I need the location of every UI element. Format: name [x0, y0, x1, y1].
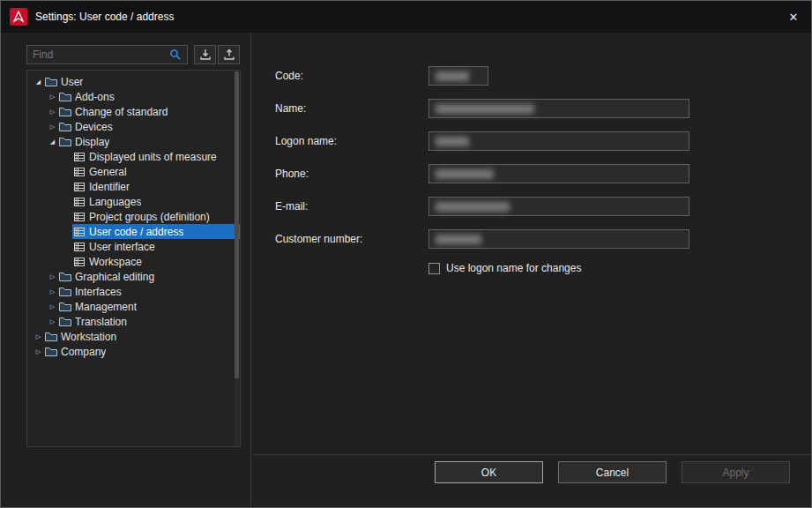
search-icon[interactable] — [164, 46, 187, 64]
logon-name-input[interactable] — [428, 131, 689, 151]
export-settings-button[interactable] — [218, 45, 240, 64]
tree-item-management[interactable]: ▷Management — [27, 299, 240, 314]
tree-item-content[interactable]: Identifier — [72, 179, 240, 194]
tree-item-content[interactable]: Company — [44, 344, 240, 359]
chevron-collapsed-icon[interactable]: ▷ — [33, 329, 44, 344]
expander-spacer — [61, 224, 72, 239]
expander-spacer — [61, 194, 72, 209]
chevron-collapsed-icon[interactable]: ▷ — [47, 269, 58, 284]
tree-item-content[interactable]: Change of standard — [58, 104, 240, 119]
tree-indent — [27, 314, 47, 329]
e-mail-input[interactable] — [428, 197, 689, 216]
tree-item-content[interactable]: Translation — [58, 314, 240, 329]
tree-item-content[interactable]: Interfaces — [58, 284, 240, 299]
tree-item-label: Company — [61, 346, 106, 358]
chevron-collapsed-icon[interactable]: ▷ — [47, 104, 58, 119]
tree-item-devices[interactable]: ▷Devices — [27, 119, 240, 134]
tree-item-project-groups-definition[interactable]: Project groups (definition) — [27, 209, 240, 224]
tree-item-user[interactable]: ◢User — [27, 74, 240, 89]
tree-item-label: Add-ons — [75, 91, 115, 103]
close-icon[interactable]: ✕ — [776, 1, 811, 33]
form-row-name: Name: — [275, 99, 790, 118]
expander-spacer — [61, 179, 72, 194]
redacted-value — [436, 235, 481, 244]
name-input[interactable] — [428, 99, 689, 118]
chevron-expanded-icon[interactable]: ◢ — [47, 134, 58, 149]
chevron-collapsed-icon[interactable]: ▷ — [33, 344, 44, 359]
tree-item-label: Translation — [75, 316, 127, 328]
form-row-e-mail: E-mail: — [275, 197, 790, 216]
chevron-collapsed-icon[interactable]: ▷ — [47, 284, 58, 299]
customer-number-input[interactable] — [428, 229, 689, 249]
tree-item-displayed-units-of-measure[interactable]: Displayed units of measure — [27, 149, 240, 164]
cancel-button[interactable]: Cancel — [558, 461, 667, 483]
arrow-up-tray-icon — [223, 49, 235, 61]
tree-scrollbar[interactable] — [235, 71, 239, 445]
tree-item-content[interactable]: Displayed units of measure — [72, 149, 240, 164]
tree-item-graphical-editing[interactable]: ▷Graphical editing — [27, 269, 240, 284]
tree-indent — [27, 209, 61, 224]
folder-icon — [45, 77, 57, 87]
chevron-collapsed-icon[interactable]: ▷ — [47, 89, 58, 104]
tree-item-change-of-standard[interactable]: ▷Change of standard — [27, 104, 240, 119]
use-logon-name-checkbox[interactable] — [428, 263, 440, 274]
tree-item-interfaces[interactable]: ▷Interfaces — [27, 284, 240, 299]
redacted-value — [436, 202, 510, 212]
tree-item-workspace[interactable]: Workspace — [27, 254, 240, 269]
tree-indent — [27, 179, 61, 194]
tree-item-languages[interactable]: Languages — [27, 194, 240, 209]
tree-item-label: General — [89, 166, 127, 178]
tree-item-content[interactable]: Graphical editing — [58, 269, 240, 284]
tree-item-content[interactable]: Management — [58, 299, 240, 314]
tree-item-add-ons[interactable]: ▷Add-ons — [27, 89, 240, 104]
tree-indent — [27, 119, 47, 134]
grid-icon — [73, 212, 86, 222]
grid-icon — [73, 182, 86, 192]
tree-indent — [27, 254, 61, 269]
chevron-expanded-icon[interactable]: ◢ — [33, 74, 44, 89]
tree-item-content[interactable]: General — [72, 164, 240, 179]
use-logon-name-checkbox-row[interactable]: Use logon name for changes — [428, 262, 790, 274]
tree-item-content[interactable]: Display — [58, 134, 240, 149]
folder-icon — [59, 317, 71, 327]
tree-item-content[interactable]: Workstation — [44, 329, 240, 344]
search-input[interactable] — [27, 49, 164, 61]
import-settings-button[interactable] — [194, 45, 216, 64]
detail-panel: Code:Name:Logon name:Phone:E-mail:Custom… — [252, 33, 811, 507]
code-input[interactable] — [428, 66, 488, 86]
chevron-collapsed-icon[interactable]: ▷ — [47, 299, 58, 314]
chevron-collapsed-icon[interactable]: ▷ — [47, 314, 58, 329]
tree-item-content[interactable]: Project groups (definition) — [72, 209, 240, 224]
tree-item-workstation[interactable]: ▷Workstation — [27, 329, 240, 344]
user-form: Code:Name:Logon name:Phone:E-mail:Custom… — [275, 66, 790, 249]
tree-item-content[interactable]: Workspace — [72, 254, 240, 269]
window-title: Settings: User code / address — [35, 11, 174, 23]
field-label: Code: — [275, 70, 428, 82]
redacted-value — [436, 169, 494, 179]
tree-item-content[interactable]: User interface — [72, 239, 240, 254]
tree-item-content[interactable]: Devices — [58, 119, 240, 134]
field-label: Phone: — [275, 168, 428, 180]
ok-button[interactable]: OK — [435, 461, 543, 483]
tree-item-label: Identifier — [89, 181, 130, 193]
phone-input[interactable] — [428, 164, 689, 183]
tree-item-company[interactable]: ▷Company — [27, 344, 240, 359]
checkbox-label: Use logon name for changes — [446, 262, 581, 274]
tree-item-identifier[interactable]: Identifier — [27, 179, 240, 194]
tree-item-display[interactable]: ◢Display — [27, 134, 240, 149]
tree-item-content[interactable]: Add-ons — [58, 89, 240, 104]
tree-item-general[interactable]: General — [27, 164, 240, 179]
tree-item-user-code-address[interactable]: User code / address — [27, 224, 240, 239]
folder-icon — [45, 332, 57, 342]
settings-tree-box: ◢User▷Add-ons▷Change of standard▷Devices… — [26, 70, 241, 447]
chevron-collapsed-icon[interactable]: ▷ — [47, 119, 58, 134]
tree-item-label: Change of standard — [75, 106, 168, 118]
tree-item-content[interactable]: Languages — [72, 194, 240, 209]
form-row-customer-number: Customer number: — [275, 229, 790, 249]
tree-item-content[interactable]: User code / address — [72, 224, 240, 239]
field-label: E-mail: — [275, 200, 428, 213]
tree-item-translation[interactable]: ▷Translation — [27, 314, 240, 329]
tree-item-user-interface[interactable]: User interface — [27, 239, 240, 254]
tree-scrollbar-thumb[interactable] — [235, 71, 239, 378]
tree-item-content[interactable]: User — [44, 74, 240, 89]
